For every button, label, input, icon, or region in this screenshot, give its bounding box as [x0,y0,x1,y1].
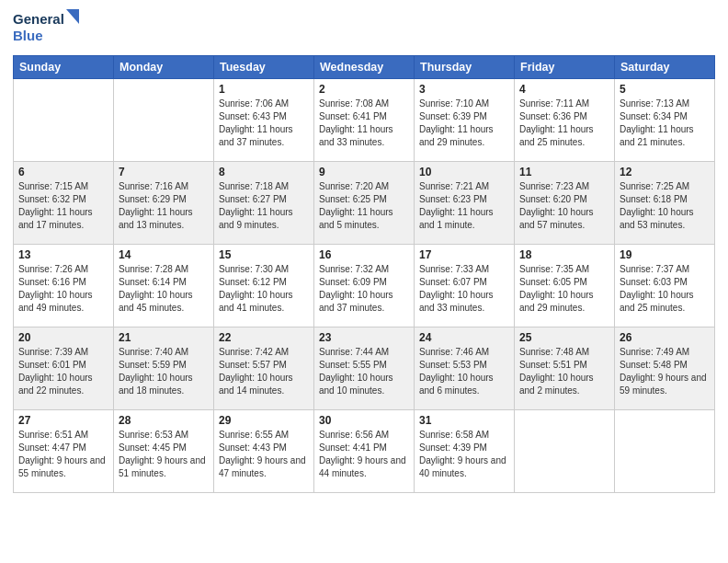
daylight-text: Daylight: 11 hours and 29 minutes. [419,123,509,149]
sunrise-text: Sunrise: 7:08 AM [319,98,409,110]
day-number: 22 [219,331,309,344]
cell-content: Sunrise: 6:51 AMSunset: 4:47 PMDaylight:… [18,429,108,480]
day-number: 15 [219,248,309,261]
calendar-cell: 19Sunrise: 7:37 AMSunset: 6:03 PMDayligh… [615,245,715,327]
calendar-cell: 2Sunrise: 7:08 AMSunset: 6:41 PMDaylight… [314,79,415,162]
sunrise-text: Sunrise: 7:42 AM [219,346,309,359]
day-header-thursday: Thursday [415,56,515,79]
calendar-cell: 12Sunrise: 7:25 AMSunset: 6:18 PMDayligh… [615,162,715,245]
day-number: 6 [18,166,108,178]
calendar-table: SundayMondayTuesdayWednesdayThursdayFrid… [13,55,715,493]
sunset-text: Sunset: 6:43 PM [219,110,309,123]
day-number: 31 [419,414,509,427]
day-header-saturday: Saturday [615,56,715,79]
sunrise-text: Sunrise: 7:49 AM [620,346,710,359]
calendar-cell [14,79,114,162]
week-row-1: 1Sunrise: 7:06 AMSunset: 6:43 PMDaylight… [14,79,715,162]
daylight-text: Daylight: 9 hours and 55 minutes. [18,454,108,480]
sunset-text: Sunset: 6:07 PM [419,276,509,289]
sunrise-text: Sunrise: 7:30 AM [219,263,309,276]
calendar-cell: 13Sunrise: 7:26 AMSunset: 6:16 PMDayligh… [14,245,114,327]
sunrise-text: Sunrise: 7:06 AM [219,98,309,110]
sunrise-text: Sunrise: 7:20 AM [319,180,409,193]
sunset-text: Sunset: 6:41 PM [319,110,409,123]
sunset-text: Sunset: 6:34 PM [620,110,710,123]
calendar-cell: 23Sunrise: 7:44 AMSunset: 5:55 PMDayligh… [314,327,415,410]
daylight-text: Daylight: 10 hours and 10 minutes. [319,372,409,397]
cell-content: Sunrise: 6:53 AMSunset: 4:45 PMDaylight:… [119,429,209,480]
cell-content: Sunrise: 7:35 AMSunset: 6:05 PMDaylight:… [519,263,609,315]
day-number: 8 [219,166,309,178]
cell-content: Sunrise: 7:33 AMSunset: 6:07 PMDaylight:… [419,263,509,315]
daylight-text: Daylight: 11 hours and 13 minutes. [119,206,209,232]
calendar-cell: 18Sunrise: 7:35 AMSunset: 6:05 PMDayligh… [515,245,615,327]
cell-content: Sunrise: 7:18 AMSunset: 6:27 PMDaylight:… [219,180,309,232]
calendar-cell [615,410,715,493]
calendar-cell: 14Sunrise: 7:28 AMSunset: 6:14 PMDayligh… [114,245,214,327]
daylight-text: Daylight: 10 hours and 57 minutes. [519,206,609,232]
daylight-text: Daylight: 11 hours and 1 minute. [419,206,509,232]
cell-content: Sunrise: 7:23 AMSunset: 6:20 PMDaylight:… [519,180,609,232]
sunrise-text: Sunrise: 6:55 AM [219,429,309,442]
daylight-text: Daylight: 9 hours and 44 minutes. [319,454,409,480]
calendar-cell [515,410,615,493]
calendar-cell: 10Sunrise: 7:21 AMSunset: 6:23 PMDayligh… [415,162,515,245]
day-header-wednesday: Wednesday [314,56,415,79]
sunrise-text: Sunrise: 7:16 AM [119,180,209,193]
sunset-text: Sunset: 4:47 PM [18,442,108,454]
sunrise-text: Sunrise: 7:23 AM [519,180,609,193]
sunset-text: Sunset: 6:01 PM [18,359,108,372]
cell-content: Sunrise: 7:48 AMSunset: 5:51 PMDaylight:… [519,346,609,397]
day-number: 11 [519,166,609,178]
cell-content: Sunrise: 7:49 AMSunset: 5:48 PMDaylight:… [620,346,710,397]
cell-content: Sunrise: 7:30 AMSunset: 6:12 PMDaylight:… [219,263,309,315]
cell-content: Sunrise: 7:37 AMSunset: 6:03 PMDaylight:… [620,263,710,315]
daylight-text: Daylight: 10 hours and 18 minutes. [119,372,209,397]
calendar-cell: 4Sunrise: 7:11 AMSunset: 6:36 PMDaylight… [515,79,615,162]
cell-content: Sunrise: 7:39 AMSunset: 6:01 PMDaylight:… [18,346,108,397]
cell-content: Sunrise: 7:06 AMSunset: 6:43 PMDaylight:… [219,98,309,149]
sunset-text: Sunset: 6:29 PM [119,193,209,206]
daylight-text: Daylight: 10 hours and 29 minutes. [519,289,609,315]
sunset-text: Sunset: 6:39 PM [419,110,509,123]
sunrise-text: Sunrise: 7:44 AM [319,346,409,359]
sunrise-text: Sunrise: 7:21 AM [419,180,509,193]
calendar-cell: 27Sunrise: 6:51 AMSunset: 4:47 PMDayligh… [14,410,114,493]
sunset-text: Sunset: 6:05 PM [519,276,609,289]
cell-content: Sunrise: 7:13 AMSunset: 6:34 PMDaylight:… [620,98,710,149]
daylight-text: Daylight: 11 hours and 17 minutes. [18,206,108,232]
cell-content: Sunrise: 6:56 AMSunset: 4:41 PMDaylight:… [319,429,409,480]
calendar-cell: 5Sunrise: 7:13 AMSunset: 6:34 PMDaylight… [615,79,715,162]
sunset-text: Sunset: 6:25 PM [319,193,409,206]
day-header-sunday: Sunday [14,56,114,79]
sunset-text: Sunset: 5:57 PM [219,359,309,372]
cell-content: Sunrise: 7:25 AMSunset: 6:18 PMDaylight:… [620,180,710,232]
daylight-text: Daylight: 9 hours and 47 minutes. [219,454,309,480]
day-number: 28 [119,414,209,427]
cell-content: Sunrise: 7:28 AMSunset: 6:14 PMDaylight:… [119,263,209,315]
sunset-text: Sunset: 4:39 PM [419,442,509,454]
daylight-text: Daylight: 10 hours and 14 minutes. [219,372,309,397]
sunrise-text: Sunrise: 7:10 AM [419,98,509,110]
calendar-cell [114,79,214,162]
daylight-text: Daylight: 10 hours and 49 minutes. [18,289,108,315]
day-number: 19 [620,248,710,261]
calendar-cell: 17Sunrise: 7:33 AMSunset: 6:07 PMDayligh… [415,245,515,327]
page-header: General Blue [13,9,715,48]
day-number: 30 [319,414,409,427]
daylight-text: Daylight: 10 hours and 22 minutes. [18,372,108,397]
cell-content: Sunrise: 7:46 AMSunset: 5:53 PMDaylight:… [419,346,509,397]
day-header-friday: Friday [515,56,615,79]
cell-content: Sunrise: 6:58 AMSunset: 4:39 PMDaylight:… [419,429,509,480]
daylight-text: Daylight: 11 hours and 33 minutes. [319,123,409,149]
cell-content: Sunrise: 7:11 AMSunset: 6:36 PMDaylight:… [519,98,609,149]
sunset-text: Sunset: 6:27 PM [219,193,309,206]
day-header-tuesday: Tuesday [214,56,314,79]
sunset-text: Sunset: 4:45 PM [119,442,209,454]
sunset-text: Sunset: 5:53 PM [419,359,509,372]
daylight-text: Daylight: 11 hours and 37 minutes. [219,123,309,149]
day-number: 2 [319,83,409,96]
cell-content: Sunrise: 6:55 AMSunset: 4:43 PMDaylight:… [219,429,309,480]
day-number: 24 [419,331,509,344]
daylight-text: Daylight: 10 hours and 25 minutes. [620,289,710,315]
